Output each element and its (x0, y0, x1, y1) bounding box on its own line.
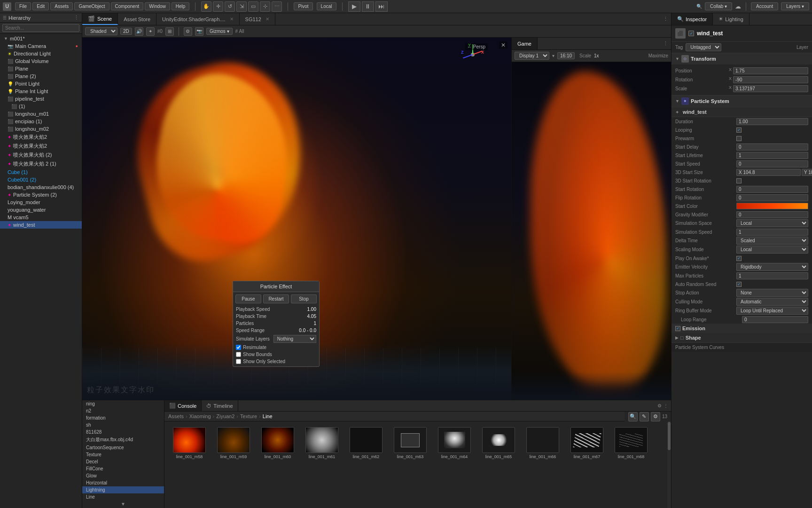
hierarchy-item[interactable]: Cube001 (2) (0, 176, 82, 183)
3d-rotation-checkbox[interactable] (736, 178, 742, 183)
show-bounds-checkbox[interactable] (236, 352, 241, 357)
transform-tool[interactable]: ⊹ (260, 1, 270, 12)
rotation-x-field[interactable] (733, 76, 808, 83)
stop-button[interactable]: Stop (291, 294, 317, 303)
display-select[interactable]: Display 1 (515, 52, 549, 60)
tabs-menu[interactable]: ⋮ (660, 13, 671, 25)
hierarchy-item[interactable]: ⬛ longshou_m02 (0, 125, 82, 133)
hierarchy-item[interactable]: ✦ 喷火效果火焰2 (0, 133, 82, 142)
asset-store-tab[interactable]: Asset Store (118, 13, 156, 25)
bottom-list-item[interactable]: Horizontal (82, 479, 164, 486)
hierarchy-item[interactable]: ☀ Directional Light (0, 50, 82, 57)
play-on-awake-checkbox[interactable] (736, 256, 742, 261)
pivot-button[interactable]: Pivot (294, 2, 312, 10)
window-menu[interactable]: Window (145, 2, 170, 10)
hierarchy-item[interactable]: ⬛ (1) (0, 103, 82, 110)
scene-settings[interactable]: ⚙ (184, 27, 192, 36)
bottom-list-item[interactable]: Decel (82, 458, 164, 465)
hierarchy-item[interactable]: ⬛ Plane (2) (0, 72, 82, 80)
scene-tab[interactable]: 🎬 Scene (82, 13, 118, 25)
collab-button[interactable]: Collab ▾ (705, 2, 732, 10)
hierarchy-item[interactable]: M vcam5 (0, 214, 82, 221)
delta-time-select[interactable]: Scaled Unscaled (736, 237, 808, 245)
max-particles-field[interactable] (736, 272, 808, 279)
asset-item-m67[interactable]: line_001_m67 (566, 425, 608, 461)
play-button[interactable]: ▶ (348, 1, 360, 12)
asset-item-m68[interactable]: line_001_m68 (610, 425, 652, 461)
asset-item-m63[interactable]: line_001_m63 (389, 425, 431, 461)
pause-button[interactable]: Pause (235, 294, 261, 303)
start-speed-field[interactable] (736, 160, 808, 167)
assets-scrollbar-thumb[interactable] (668, 422, 671, 450)
active-checkbox[interactable] (688, 31, 694, 36)
hierarchy-item-wind-test[interactable]: ✦ wind_test (0, 221, 82, 229)
grid-toggle[interactable]: ⊞ (165, 27, 174, 36)
maximize-label[interactable]: Maximize (648, 53, 668, 58)
simulation-speed-field[interactable] (736, 229, 808, 236)
scene-close-button[interactable]: ✕ (499, 41, 508, 49)
fx-toggle[interactable]: ✦ (146, 27, 155, 36)
rotate-tool[interactable]: ↺ (225, 1, 235, 12)
asset-refresh-button[interactable]: ✎ (640, 412, 649, 421)
bottom-menu-icon[interactable]: ⋮ (664, 403, 668, 408)
lighting-tab[interactable]: ☀ Lighting (713, 13, 750, 25)
emission-checkbox[interactable] (675, 326, 680, 331)
hierarchy-item[interactable]: Loying_moder (0, 198, 82, 206)
perspective-label[interactable]: ← Persp (465, 43, 488, 50)
hierarchy-item[interactable]: ✦ 喷火效果火焰2 (0, 142, 82, 151)
hierarchy-item[interactable]: ▼ m001* (0, 35, 82, 42)
ring-buffer-select[interactable]: Loop Until Replaced Disabled (736, 307, 808, 315)
breadcrumb-ziyuan2[interactable]: Ziyuan2 (216, 413, 234, 419)
scale-tool[interactable]: ⇲ (236, 1, 247, 12)
inspector-tab[interactable]: 🔍 Inspector (671, 13, 713, 25)
asset-item-m60[interactable]: line_001_m60 (257, 425, 299, 461)
asset-item-m66[interactable]: line_001_m66 (522, 425, 564, 461)
asset-item-m61[interactable]: line_001_m61 (301, 425, 343, 461)
hierarchy-item[interactable]: youguang_water (0, 206, 82, 214)
hierarchy-item[interactable]: 📷 Main Camera ● (0, 42, 82, 50)
edit-menu[interactable]: Edit (32, 2, 49, 10)
pause-button[interactable]: ⏸ (362, 1, 374, 12)
hierarchy-item[interactable]: 💡 Plane Int Light (0, 87, 82, 95)
asset-item-m65[interactable]: line_001_m65 (477, 425, 520, 461)
start-delay-field[interactable] (736, 143, 808, 151)
bottom-settings-icon[interactable]: ⚙ (657, 403, 662, 408)
start-color-field[interactable] (736, 203, 808, 209)
breadcrumb-xiaoming[interactable]: Xiaoming (189, 413, 211, 419)
console-tab[interactable]: ⬛ Console (164, 400, 202, 411)
gameobject-menu[interactable]: GameObject (74, 2, 109, 10)
component-menu[interactable]: Component (111, 2, 144, 10)
start-lifetime-field[interactable] (736, 152, 808, 159)
timeline-tab[interactable]: ⏱ Timeline (202, 400, 238, 411)
layers-button[interactable]: Layers ▾ (781, 2, 809, 10)
scene-viewport[interactable]: 粒子效果文字水印 X Y Z ← Persp ✕ (82, 38, 511, 400)
simulate-layers-select[interactable]: Nothing Everything (273, 335, 316, 343)
prewarm-checkbox[interactable] (736, 136, 742, 141)
asset-search-button[interactable]: 🔍 (628, 412, 638, 421)
sg112-close[interactable]: ✕ (265, 16, 269, 22)
bottom-list-item[interactable]: n2 (82, 407, 164, 414)
hierarchy-item[interactable]: ⬛ encipiao (1) (0, 118, 82, 125)
asset-item-m62[interactable]: line_001_m62 (345, 425, 387, 461)
hierarchy-item[interactable]: bodian_shandianxulie000 (4) (0, 183, 82, 191)
shaded-mode-select[interactable]: Shaded (85, 27, 117, 35)
game-tab[interactable]: Game (512, 38, 538, 49)
custom-tool[interactable]: ⋯ (272, 1, 282, 12)
shape-section[interactable]: ▶ □ Shape (671, 333, 812, 343)
game-tab-menu[interactable]: ⋮ (660, 38, 671, 49)
help-menu[interactable]: Help (172, 2, 190, 10)
bottom-list-item[interactable]: 大白最max.fbx.obj.c4d (82, 436, 164, 444)
show-only-selected-checkbox[interactable] (236, 359, 241, 364)
loop-range-field[interactable] (742, 316, 808, 323)
position-x-field[interactable] (733, 67, 808, 74)
asset-item-m59[interactable]: line_001_m59 (212, 425, 255, 461)
asset-item-m64[interactable]: line_001_m64 (433, 425, 476, 461)
bottom-list-item[interactable]: Line (82, 493, 164, 500)
tag-select[interactable]: Untagged (686, 43, 721, 51)
particle-system-header[interactable]: ▼ ✦ Particle System (671, 95, 812, 107)
hierarchy-item[interactable]: ⬛ Plane (0, 65, 82, 72)
3d-size-x-field[interactable] (736, 169, 801, 176)
shader-graph-close[interactable]: ✕ (230, 16, 234, 22)
restart-button[interactable]: Restart (263, 294, 289, 303)
breadcrumb-texture[interactable]: Texture (240, 413, 257, 419)
